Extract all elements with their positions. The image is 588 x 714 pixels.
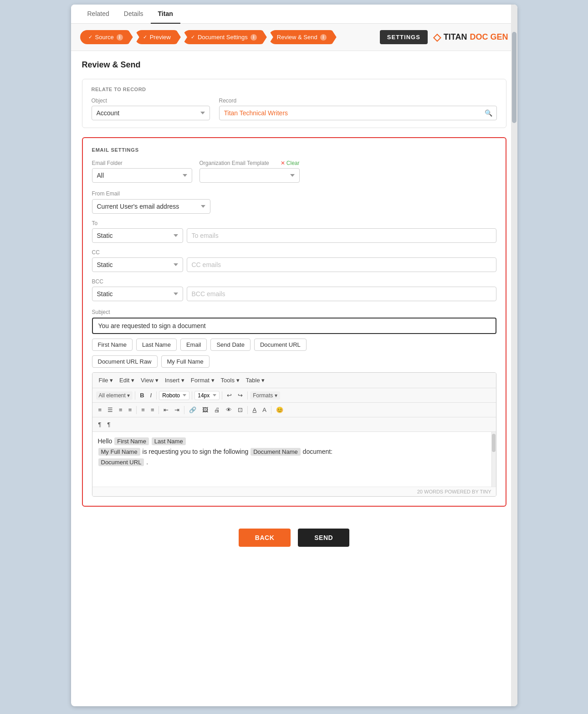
rte-align-left-btn[interactable]: ≡ xyxy=(96,405,104,415)
token-email[interactable]: Email xyxy=(180,339,207,351)
rte-link-btn[interactable]: 🔗 xyxy=(187,405,199,415)
cc-type-select[interactable]: Static xyxy=(92,257,183,272)
cc-email-input[interactable] xyxy=(187,257,496,272)
rte-menu-view[interactable]: View ▾ xyxy=(138,375,161,385)
tab-related[interactable]: Related xyxy=(80,5,117,24)
tb2-sep-3 xyxy=(184,406,184,414)
step-source[interactable]: ✓ Source i xyxy=(80,30,133,44)
record-input[interactable] xyxy=(219,106,497,120)
tb2-sep-1 xyxy=(136,406,137,414)
clear-link[interactable]: ✕ Clear xyxy=(281,160,300,166)
step-document-settings[interactable]: ✓ Document Settings i xyxy=(183,30,267,44)
bcc-row: BCC Static xyxy=(92,278,496,301)
rte-formats-select[interactable]: Formats ▾ xyxy=(250,391,280,400)
rte-font-select[interactable]: Roboto xyxy=(159,391,189,400)
rte-template-btn[interactable]: ⊡ xyxy=(235,405,245,415)
to-type-select[interactable]: Static xyxy=(92,228,183,243)
rte-font-color-btn[interactable]: A xyxy=(250,405,259,415)
clear-x-icon: ✕ xyxy=(281,160,285,166)
email-settings-title: EMAIL SETTINGS xyxy=(92,147,496,153)
tabs-bar: Related Details Titan xyxy=(71,5,517,24)
rte-menu-file[interactable]: File ▾ xyxy=(96,375,116,385)
rte-outdent-btn[interactable]: ⇤ xyxy=(161,405,171,415)
step-preview[interactable]: ✓ Preview xyxy=(135,30,181,44)
bcc-inputs: Static xyxy=(92,287,496,301)
tb-sep-5 xyxy=(247,391,248,400)
tb-sep-1 xyxy=(135,391,135,400)
token-first-name[interactable]: First Name xyxy=(92,339,133,351)
from-email-row: From Email Current User's email address xyxy=(92,189,496,214)
rte-para-btn[interactable]: ¶ xyxy=(96,420,104,429)
record-field-group: Record 🔍 xyxy=(219,98,497,120)
rte-print-btn[interactable]: 🖨 xyxy=(212,405,222,415)
rte-scrollbar[interactable] xyxy=(491,432,496,487)
rte-menu-format[interactable]: Format ▾ xyxy=(188,375,217,385)
tab-titan[interactable]: Titan xyxy=(151,5,180,24)
email-settings-section: EMAIL SETTINGS Email Folder All Organiza… xyxy=(82,137,506,507)
rte-menu-insert[interactable]: Insert ▾ xyxy=(162,375,187,385)
rte-menu-tools[interactable]: Tools ▾ xyxy=(218,375,242,385)
rte-redo-btn[interactable]: ↪ xyxy=(235,390,245,400)
rte-token-last-name: Last Name xyxy=(152,437,186,445)
rte-num-list-btn[interactable]: ≡ xyxy=(148,405,157,415)
rte-menu-edit[interactable]: Edit ▾ xyxy=(117,375,137,385)
rte-bullet-list-btn[interactable]: ≡ xyxy=(139,405,147,415)
rte-menu-table[interactable]: Table ▾ xyxy=(243,375,268,385)
tb2-sep-4 xyxy=(247,406,248,414)
folder-template-row: Email Folder All Organization Email Temp… xyxy=(92,160,496,183)
to-email-input[interactable] xyxy=(187,228,496,243)
rte-align-justify-btn[interactable]: ≡ xyxy=(126,405,134,415)
subject-input[interactable] xyxy=(92,318,496,334)
send-button[interactable]: SEND xyxy=(298,529,349,547)
token-my-full-name[interactable]: My Full Name xyxy=(161,355,210,368)
rte-preview-btn[interactable]: 👁 xyxy=(224,405,234,415)
from-email-select[interactable]: Current User's email address xyxy=(92,199,210,214)
rte-align-center-btn[interactable]: ☰ xyxy=(105,405,115,415)
rte-highlight-btn[interactable]: A xyxy=(260,405,269,415)
cc-row: CC Static xyxy=(92,249,496,272)
token-last-name[interactable]: Last Name xyxy=(136,339,177,351)
token-send-date[interactable]: Send Date xyxy=(210,339,250,351)
rte-body[interactable]: Hello First Name Last Name My Full Name … xyxy=(92,432,496,487)
wizard-steps: ✓ Source i ✓ Preview ✓ Document Settings… xyxy=(80,30,337,44)
token-row-2: Document URL Raw My Full Name xyxy=(92,355,496,368)
settings-button[interactable]: SETTINGS xyxy=(380,30,428,44)
rte-body-suffix: document: xyxy=(303,448,332,455)
bcc-field-group: BCC Static xyxy=(92,278,496,301)
rte-italic-btn[interactable]: I xyxy=(148,390,154,400)
step-review-send[interactable]: Review & Send i xyxy=(269,30,337,44)
wizard-right: SETTINGS ◇ TITAN DOC GEN xyxy=(380,30,508,44)
org-template-select[interactable] xyxy=(199,168,300,183)
bcc-type-select[interactable]: Static xyxy=(92,287,183,301)
step-source-label: Source xyxy=(95,34,114,41)
rte-body-wrapper: Hello First Name Last Name My Full Name … xyxy=(92,432,496,487)
rte-emoji-btn[interactable]: 😊 xyxy=(274,405,286,415)
tab-details[interactable]: Details xyxy=(117,5,151,24)
org-label-row: Organization Email Template ✕ Clear xyxy=(199,160,300,166)
window-scrollbar[interactable] xyxy=(511,5,517,706)
rte-editor: File ▾ Edit ▾ View ▾ Insert ▾ Format ▾ T… xyxy=(92,372,496,497)
rte-line-1: Hello First Name Last Name xyxy=(98,437,491,445)
tb2-sep-5 xyxy=(271,406,271,414)
rte-indent-btn[interactable]: ⇥ xyxy=(172,405,182,415)
token-document-url[interactable]: Document URL xyxy=(254,339,307,351)
token-document-url-raw[interactable]: Document URL Raw xyxy=(92,355,158,368)
rte-size-select[interactable]: 14px xyxy=(194,391,220,400)
rte-body-sentence: is requesting you to sign the following xyxy=(143,448,251,455)
rte-token-my-full-name: My Full Name xyxy=(98,448,140,456)
rte-special-char-btn[interactable]: ¶ xyxy=(105,420,112,429)
page-title: Review & Send xyxy=(82,60,506,70)
rte-image-btn[interactable]: 🖼 xyxy=(200,405,210,415)
tb-sep-4 xyxy=(222,391,222,400)
email-folder-select[interactable]: All xyxy=(92,168,192,183)
brand-titan: TITAN xyxy=(444,32,467,42)
rte-bold-btn[interactable]: B xyxy=(138,390,146,400)
all-element-select[interactable]: All element ▾ xyxy=(96,391,133,400)
step-doc-settings-label: Document Settings xyxy=(198,34,248,41)
back-button[interactable]: BACK xyxy=(239,529,291,547)
object-select[interactable]: Account xyxy=(92,106,210,120)
rte-undo-btn[interactable]: ↩ xyxy=(225,390,234,400)
rte-align-right-btn[interactable]: ≡ xyxy=(117,405,125,415)
bcc-email-input[interactable] xyxy=(187,287,496,301)
org-template-label: Organization Email Template xyxy=(199,160,269,166)
